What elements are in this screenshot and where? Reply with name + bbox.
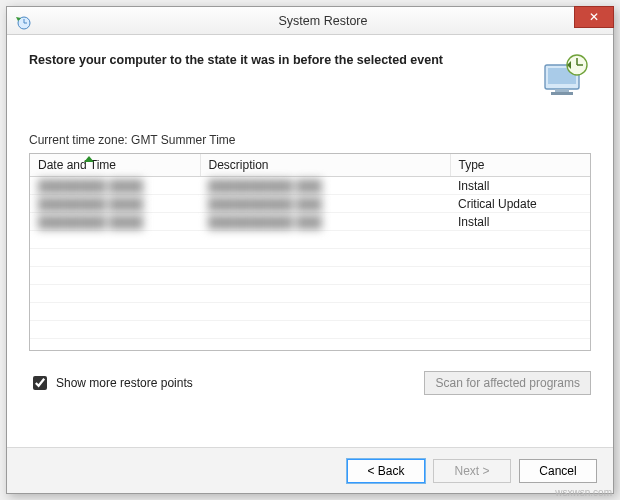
cell-type: Install <box>450 213 590 231</box>
timezone-label: Current time zone: GMT Summer Time <box>29 133 591 147</box>
cell-desc: ██████████ ███ <box>200 195 450 213</box>
table-row[interactable]: ████████ ████ ██████████ ███ Install <box>30 213 590 231</box>
column-description[interactable]: Description <box>200 154 450 177</box>
show-more-label: Show more restore points <box>56 376 193 390</box>
titlebar[interactable]: System Restore ✕ <box>7 7 613 35</box>
cell-type: Install <box>450 177 590 195</box>
window-title: System Restore <box>33 14 613 28</box>
content-area: Restore your computer to the state it wa… <box>7 35 613 405</box>
wizard-footer: < Back Next > Cancel <box>7 447 613 493</box>
restore-points-table[interactable]: Date and Time Description Type ████████ … <box>29 153 591 351</box>
cell-date: ████████ ████ <box>30 195 200 213</box>
table-row <box>30 303 590 321</box>
scan-affected-programs-button: Scan for affected programs <box>424 371 591 395</box>
cell-desc: ██████████ ███ <box>200 177 450 195</box>
page-headline: Restore your computer to the state it wa… <box>29 49 525 67</box>
next-button: Next > <box>433 459 511 483</box>
cell-date: ████████ ████ <box>30 213 200 231</box>
table-header-row: Date and Time Description Type <box>30 154 590 177</box>
cell-date: ████████ ████ <box>30 177 200 195</box>
system-restore-icon <box>13 11 33 31</box>
cancel-button[interactable]: Cancel <box>519 459 597 483</box>
watermark: wsxwsn.com <box>555 487 612 498</box>
system-restore-window: System Restore ✕ Restore your computer t… <box>6 6 614 494</box>
table-row <box>30 231 590 249</box>
column-date-time[interactable]: Date and Time <box>30 154 200 177</box>
show-more-checkbox[interactable] <box>33 376 47 390</box>
show-more-restore-points[interactable]: Show more restore points <box>29 373 193 393</box>
table-row <box>30 285 590 303</box>
table-row <box>30 267 590 285</box>
close-button[interactable]: ✕ <box>574 6 614 28</box>
table-row <box>30 321 590 339</box>
column-type[interactable]: Type <box>450 154 590 177</box>
table-row <box>30 249 590 267</box>
table-row[interactable]: ████████ ████ ██████████ ███ Critical Up… <box>30 195 590 213</box>
table-row[interactable]: ████████ ████ ██████████ ███ Install <box>30 177 590 195</box>
svg-rect-5 <box>555 89 569 92</box>
back-button[interactable]: < Back <box>347 459 425 483</box>
cell-desc: ██████████ ███ <box>200 213 450 231</box>
close-icon: ✕ <box>589 10 599 24</box>
svg-rect-6 <box>551 92 573 95</box>
system-restore-large-icon <box>539 49 591 101</box>
cell-type: Critical Update <box>450 195 590 213</box>
